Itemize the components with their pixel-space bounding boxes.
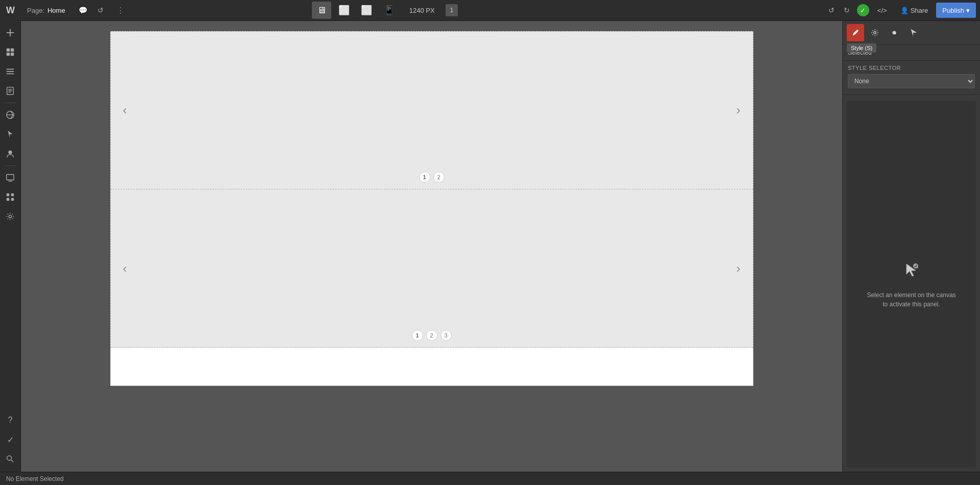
sidebar-item-interactions[interactable] xyxy=(2,126,19,143)
slider1-prev-button[interactable]: ‹ xyxy=(116,101,134,119)
desktop-view-button[interactable]: 🖥 xyxy=(312,2,331,19)
slider2-prev-button[interactable]: ‹ xyxy=(116,259,134,278)
tablet-view-button[interactable]: ⬜ xyxy=(334,2,354,19)
canvas-area[interactable]: ‹ › 1 2 ‹ › 1 2 3 xyxy=(21,21,842,472)
svg-rect-5 xyxy=(11,53,14,56)
svg-point-25 xyxy=(874,32,876,34)
slider1-dot-2[interactable]: 2 xyxy=(433,172,445,183)
sidebar-item-help[interactable]: ? xyxy=(2,411,19,429)
view-controls: 🖥 ⬜ ⬜ 📱 1240 PX 1 xyxy=(312,2,458,19)
right-panel: Style (S) Selected Style selector None S… xyxy=(842,21,980,472)
svg-rect-17 xyxy=(8,181,12,181)
logo: W xyxy=(0,0,21,21)
topbar: W Page: Home 💬 ↺ ⋮ 🖥 ⬜ ⬜ 📱 1240 PX 1 ↺ ↻… xyxy=(0,0,980,21)
tab-properties[interactable] xyxy=(886,24,903,41)
share-button[interactable]: 👤 Share xyxy=(895,5,934,16)
panel-tabs: Style (S) xyxy=(843,21,980,45)
sidebar-item-add[interactable] xyxy=(2,24,19,41)
share-icon: 👤 xyxy=(900,7,909,14)
svg-rect-10 xyxy=(8,89,12,89)
topbar-right: ↺ ↻ ✓ </> 👤 Share Publish ▾ xyxy=(824,3,980,18)
svg-point-22 xyxy=(9,215,11,217)
sidebar-item-settings[interactable] xyxy=(2,208,19,225)
activation-text: Select an element on the canvas to activ… xyxy=(867,290,955,309)
sidebar-bottom: ? ✓ xyxy=(2,411,19,472)
style-selector-section: Style selector None xyxy=(843,61,980,92)
sidebar-item-search[interactable] xyxy=(2,450,19,468)
slider1-next-button[interactable]: › xyxy=(729,101,748,119)
panel-activation-area: Select an element on the canvas to activ… xyxy=(847,101,976,468)
page-name[interactable]: Home xyxy=(47,7,65,14)
svg-rect-16 xyxy=(7,175,14,180)
slider1-dots: 1 2 xyxy=(419,172,445,183)
left-sidebar: ? ✓ xyxy=(0,21,21,472)
canvas-section-1[interactable]: ‹ › 1 2 xyxy=(110,31,753,189)
svg-rect-11 xyxy=(8,90,12,91)
svg-marker-27 xyxy=(911,29,917,36)
slider2-dot-1[interactable]: 1 xyxy=(412,330,423,341)
style-selector-label: Style selector xyxy=(848,65,975,71)
status-text: No Element Selected xyxy=(6,475,64,482)
sidebar-item-seo[interactable] xyxy=(2,169,19,186)
code-button[interactable]: </> xyxy=(872,5,892,16)
publish-label: Publish xyxy=(942,7,964,14)
svg-point-15 xyxy=(8,151,12,154)
mobile-view-button[interactable]: 📱 xyxy=(379,2,399,19)
slider2-next-button[interactable]: › xyxy=(729,259,748,278)
panel-divider xyxy=(843,94,980,95)
svg-rect-19 xyxy=(11,193,14,196)
sidebar-divider-1 xyxy=(4,103,16,103)
statusbar: No Element Selected xyxy=(0,472,980,485)
page-count: 1 xyxy=(446,4,458,16)
canvas-section-2[interactable]: ‹ › 1 2 3 xyxy=(110,189,753,348)
sidebar-item-pages[interactable] xyxy=(2,43,19,61)
slider1-dot-1[interactable]: 1 xyxy=(419,172,430,183)
main-layout: ? ✓ ‹ › 1 2 ‹ › 1 2 3 xyxy=(0,21,980,472)
status-check-icon: ✓ xyxy=(857,4,869,16)
publish-button[interactable]: Publish ▾ xyxy=(936,3,976,18)
comment-icon[interactable]: 💬 xyxy=(76,3,91,18)
topbar-more-button[interactable]: ⋮ xyxy=(112,6,129,15)
tab-style[interactable] xyxy=(847,24,864,41)
tab-interactions[interactable] xyxy=(905,24,922,41)
sidebar-item-members[interactable] xyxy=(2,145,19,162)
tab-tooltip: Style (S) xyxy=(847,43,876,53)
svg-marker-14 xyxy=(8,131,13,138)
cursor-icon xyxy=(901,260,922,284)
slider2-dot-2[interactable]: 2 xyxy=(426,330,437,341)
svg-rect-8 xyxy=(7,74,14,75)
svg-line-24 xyxy=(11,460,14,463)
svg-rect-4 xyxy=(7,53,10,56)
tablet-landscape-button[interactable]: ⬜ xyxy=(357,2,376,19)
canvas-footer[interactable] xyxy=(110,348,753,386)
slider2-dots: 1 2 3 xyxy=(412,330,452,341)
svg-rect-12 xyxy=(8,92,11,92)
svg-rect-18 xyxy=(7,193,9,196)
svg-rect-7 xyxy=(7,71,14,72)
sidebar-item-assets[interactable] xyxy=(2,82,19,100)
sidebar-item-tasks[interactable]: ✓ xyxy=(2,431,19,448)
svg-point-23 xyxy=(7,456,12,460)
px-display: 1240 PX xyxy=(402,7,443,14)
style-selector-dropdown[interactable]: None xyxy=(848,74,975,88)
svg-rect-1 xyxy=(7,32,14,33)
share-label: Share xyxy=(911,7,928,14)
svg-rect-6 xyxy=(7,69,14,70)
sidebar-item-cms[interactable] xyxy=(2,106,19,124)
sidebar-item-apps[interactable] xyxy=(2,188,19,206)
redo-button[interactable]: ↻ xyxy=(840,3,854,17)
svg-rect-2 xyxy=(7,48,10,52)
topbar-page-icons: 💬 ↺ xyxy=(71,3,112,18)
slider2-dot-3[interactable]: 3 xyxy=(440,330,452,341)
sidebar-item-layers[interactable] xyxy=(2,63,19,80)
publish-chevron-icon: ▾ xyxy=(966,7,970,14)
page-label: Page: xyxy=(27,7,44,14)
history-icon[interactable]: ↺ xyxy=(93,3,108,18)
undo-redo-group: ↺ ↻ xyxy=(824,3,854,17)
tab-settings[interactable] xyxy=(866,24,884,41)
undo-button[interactable]: ↺ xyxy=(824,3,839,17)
svg-rect-21 xyxy=(11,198,14,201)
svg-rect-20 xyxy=(7,198,9,201)
svg-rect-3 xyxy=(11,48,14,52)
sidebar-divider-2 xyxy=(4,165,16,166)
